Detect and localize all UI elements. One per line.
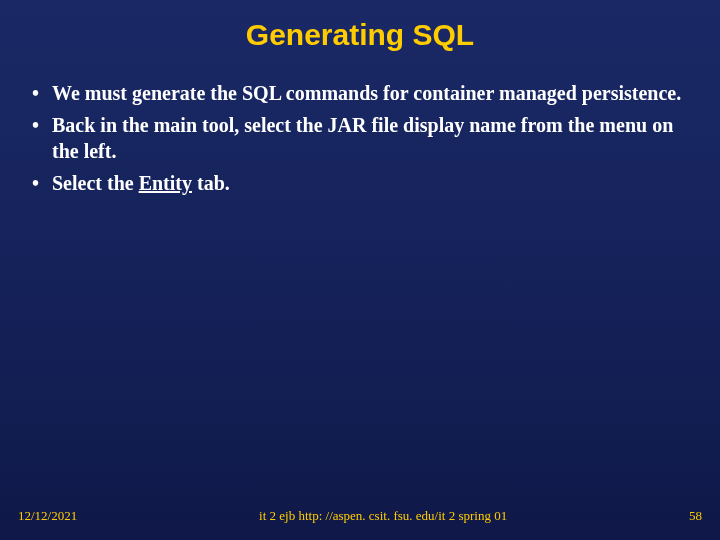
bullet-item: Back in the main tool, select the JAR fi…: [28, 112, 692, 164]
bullet-item: We must generate the SQL commands for co…: [28, 80, 692, 106]
footer-center-text: it 2 ejb http: //aspen. csit. fsu. edu/i…: [77, 508, 689, 524]
footer-page-number: 58: [689, 508, 702, 524]
bullet-text-prefix: Select the: [52, 172, 139, 194]
bullet-item: Select the Entity tab.: [28, 170, 692, 196]
bullet-text-underlined: Entity: [139, 172, 192, 194]
slide-title: Generating SQL: [0, 0, 720, 80]
bullet-text-suffix: tab.: [192, 172, 230, 194]
slide-content: We must generate the SQL commands for co…: [0, 80, 720, 196]
slide-footer: 12/12/2021 it 2 ejb http: //aspen. csit.…: [0, 508, 720, 524]
bullet-list: We must generate the SQL commands for co…: [28, 80, 692, 196]
footer-date: 12/12/2021: [18, 508, 77, 524]
